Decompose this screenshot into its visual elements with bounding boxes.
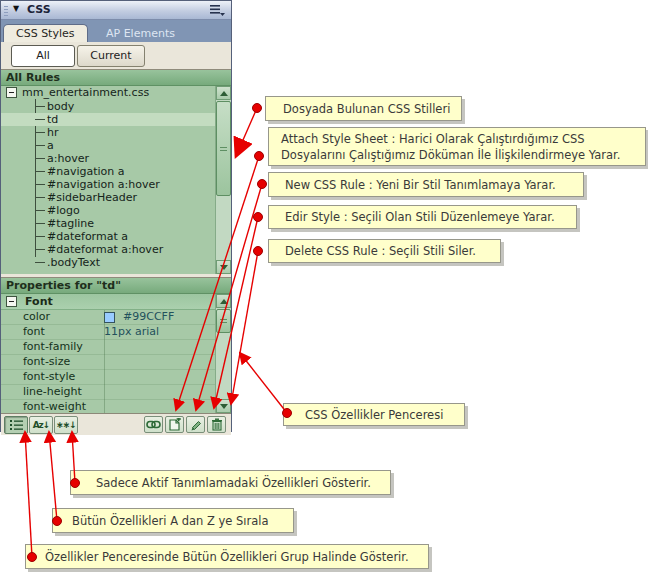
property-row[interactable]: font 11px arial [1,325,231,340]
property-row[interactable]: font-size [1,355,231,370]
show-category-view-button[interactable] [4,416,28,434]
rule-item[interactable]: a:hover [1,152,231,165]
delete-css-rule-button[interactable] [207,416,226,433]
column-divider [104,310,105,413]
rule-item-selected[interactable]: td [1,113,231,126]
all-button[interactable]: All [11,45,75,67]
scroll-thumb[interactable] [216,101,231,196]
set-properties-icon: ∗∗↓ [56,420,76,430]
callout-new-css-rule: New CSS Rule : Yeni Bir Stil Tanımlamaya… [268,172,584,197]
all-rules-list: mm_entertainment.css body td hr a a:hove… [1,86,231,274]
callout-css-properties-window: CSS Özellikler Penceresi [283,403,465,426]
sort-a-z-icon: Az↓ [33,420,50,430]
edit-style-button[interactable] [186,416,205,433]
pencil-icon [189,418,202,431]
callout-group-view: Özellikler Penceresinde Bütün Özellikler… [25,544,429,569]
current-button[interactable]: Current [77,45,145,67]
rule-item[interactable]: a [1,139,231,152]
property-rows: color #99CCFF font 11px arial font-famil… [1,310,231,413]
callout-edit-style: Edir Style : Seçili Olan Stili Düzenleme… [268,205,577,229]
new-document-icon [168,418,181,431]
rule-item[interactable]: #dateformat a [1,230,231,243]
color-swatch[interactable] [104,312,115,323]
scroll-down-icon[interactable] [216,399,231,413]
collapse-minus-icon[interactable] [6,87,17,98]
scroll-down-icon[interactable] [216,260,231,274]
rule-item[interactable]: #tagline [1,217,231,230]
rule-item[interactable]: body [1,100,231,113]
callout-delete-css-rule: Delete CSS Rule : Seçili Stili Siler. [268,239,501,263]
rule-item[interactable]: #sidebarHeader [1,191,231,204]
attach-style-sheet-button[interactable] [144,416,163,433]
properties-pane: Font color #99CCFF font 11px arial font-… [1,294,231,413]
property-row[interactable]: font-family [1,340,231,355]
rule-item[interactable]: #dateformat a:hover [1,243,231,256]
bottom-toolbar: Az↓ ∗∗↓ [1,413,231,435]
panel-menu-icon[interactable] [209,4,225,16]
stylesheet-name: mm_entertainment.css [22,86,149,99]
callout-css-styles-in-file: Dosyada Bulunan CSS Stilleri [265,96,462,121]
tab-bar: CSS Styles AP Elements [1,20,231,42]
panel-title: CSS [27,3,51,16]
rules-scrollbar[interactable] [215,86,231,274]
scroll-up-icon[interactable] [216,294,231,308]
property-row[interactable]: font-style [1,370,231,385]
panel-grip-icon[interactable] [4,4,8,16]
properties-header: Properties for "td" [1,277,231,294]
panel-header[interactable]: ▼ CSS [1,1,231,20]
callout-sort-a-z: Bütün Özellikleri A dan Z ye Sırala [52,508,294,533]
filter-bar: All Current [1,42,231,69]
rule-tree: body td hr a a:hover #navigation a #navi… [1,100,231,269]
rule-item[interactable]: #navigation a [1,165,231,178]
callout-show-set-properties: Sadece Aktif Tanımlamadaki Özellikleri G… [70,470,391,495]
property-row[interactable]: font-weight [1,400,231,413]
tab-css-styles[interactable]: CSS Styles [3,24,88,42]
sort-a-z-button[interactable]: Az↓ [29,416,53,434]
screen: ▼ CSS CSS Styles AP Elements All Current… [0,0,648,573]
trash-icon [211,418,223,431]
scroll-thumb[interactable] [216,309,231,333]
property-row[interactable]: color #99CCFF [1,310,231,325]
collapse-minus-icon[interactable] [6,296,17,307]
collapse-arrow-icon[interactable]: ▼ [13,4,19,13]
rule-item[interactable]: .bodyText [1,256,231,269]
all-rules-header: All Rules [1,69,231,86]
new-css-rule-button[interactable] [165,416,184,433]
scroll-up-icon[interactable] [216,86,231,100]
properties-scrollbar[interactable] [215,294,231,413]
property-row[interactable]: line-height [1,385,231,400]
callout-attach-style-sheet: Attach Style Sheet : Harici Olarak Çalış… [268,127,646,166]
rule-item[interactable]: #navigation a:hover [1,178,231,191]
show-set-properties-button[interactable]: ∗∗↓ [54,416,78,434]
rule-item[interactable]: #logo [1,204,231,217]
css-panel: ▼ CSS CSS Styles AP Elements All Current… [0,0,232,432]
category-view-icon [9,419,24,431]
stylesheet-row[interactable]: mm_entertainment.css [1,86,231,100]
rule-item[interactable]: hr [1,126,231,139]
group-label: Font [25,295,53,308]
tab-ap-elements[interactable]: AP Elements [106,27,175,40]
chain-link-icon [146,420,161,429]
font-group-row[interactable]: Font [1,294,231,310]
